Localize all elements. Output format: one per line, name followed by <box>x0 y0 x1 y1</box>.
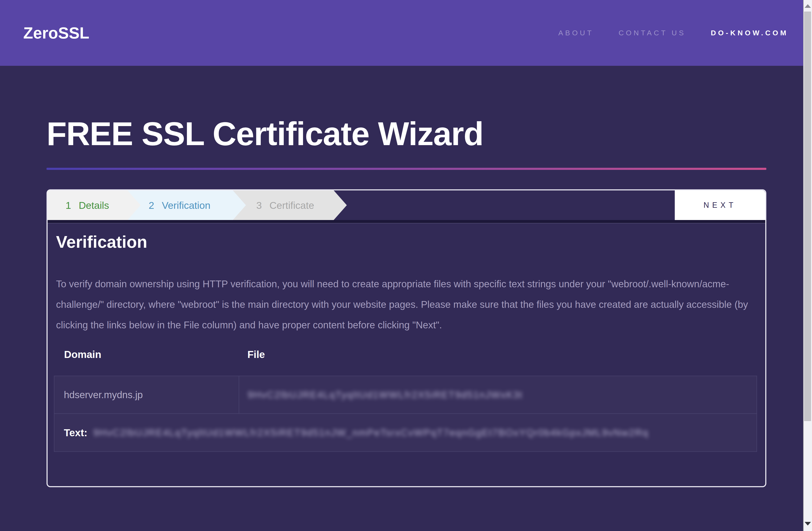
column-header-file: File <box>247 349 265 360</box>
nav-link-contact-us[interactable]: CONTACT US <box>619 29 686 37</box>
step-number: 2 <box>149 200 154 211</box>
step-number: 3 <box>256 200 262 211</box>
step-tab-certificate[interactable]: 3 Certificate <box>233 190 347 220</box>
verification-content: Verification To verify domain ownership … <box>47 223 765 486</box>
step-tab-verification[interactable]: 2 Verification <box>128 190 246 220</box>
text-label: Text: <box>64 427 87 439</box>
nav-links: ABOUT CONTACT US DO-KNOW.COM <box>558 29 788 37</box>
nav-link-do-know[interactable]: DO-KNOW.COM <box>711 29 788 37</box>
step-number: 1 <box>66 200 71 211</box>
table-row-text: Text: 9HvC2lbUJRE4LqTyqltUd1WWLfr2X5iRET… <box>54 414 757 451</box>
browser-viewport: ZeroSSL ABOUT CONTACT US DO-KNOW.COM FRE… <box>0 0 803 531</box>
top-navbar: ZeroSSL ABOUT CONTACT US DO-KNOW.COM <box>0 0 803 66</box>
verification-instructions: To verify domain ownership using HTTP ve… <box>56 274 758 335</box>
table-row: hdserver.mydns.jp 9HvC2lbUJRE4LqTyqltUd1… <box>54 376 757 414</box>
file-token-blurred: 9HvC2lbUJRE4LqTyqltUd1WWLfr2X5iRET9d51nJ… <box>248 389 523 401</box>
nav-link-about[interactable]: ABOUT <box>558 29 594 37</box>
vertical-scrollbar[interactable] <box>803 0 812 531</box>
next-button[interactable]: NEXT <box>675 190 765 220</box>
wizard-steps-bar: 1 Details 2 Verification 3 Certificate N… <box>47 190 765 220</box>
gradient-divider <box>46 168 766 170</box>
step-tab-details[interactable]: 1 Details <box>47 190 141 220</box>
text-token-blurred: 9HvC2lbUJRE4LqTyqltUd1WWLfr2X5iRET9d51nJ… <box>93 427 649 438</box>
step-label: Verification <box>162 200 211 211</box>
scroll-down-arrow-icon[interactable] <box>804 522 811 526</box>
page-title: FREE SSL Certificate Wizard <box>46 117 483 150</box>
wizard-panel: 1 Details 2 Verification 3 Certificate N… <box>46 189 766 487</box>
step-label: Details <box>79 200 109 211</box>
column-header-domain: Domain <box>64 349 101 360</box>
steps-content-separator <box>47 220 765 223</box>
domain-cell: hdserver.mydns.jp <box>54 376 239 413</box>
scroll-up-arrow-icon[interactable] <box>804 4 811 8</box>
scrollbar-thumb[interactable] <box>804 12 811 421</box>
verification-table: hdserver.mydns.jp 9HvC2lbUJRE4LqTyqltUd1… <box>54 376 757 452</box>
file-link-cell[interactable]: 9HvC2lbUJRE4LqTyqltUd1WWLfr2X5iRET9d51nJ… <box>239 376 757 413</box>
section-heading: Verification <box>56 232 147 252</box>
step-label: Certificate <box>270 200 314 211</box>
zerossl-logo[interactable]: ZeroSSL <box>23 24 89 42</box>
